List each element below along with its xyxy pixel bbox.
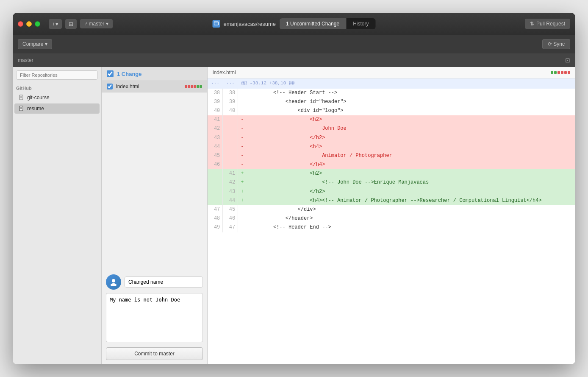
filter-repositories-input[interactable] (16, 70, 98, 80)
sidebar-item-resume[interactable]: resume (14, 103, 100, 114)
history-tab[interactable]: History (346, 18, 375, 29)
table-row: 42+ <!-- John Doe -->Enrique Manjavacas (208, 178, 575, 187)
new-line-num: 41 (223, 169, 238, 178)
line-code: <!-- John Doe -->Enrique Manjavacas (246, 178, 575, 187)
old-line-num: 40 (208, 106, 223, 115)
old-line-num (208, 187, 223, 196)
line-marker: - (238, 142, 247, 151)
line-code: <h2> (246, 115, 575, 124)
new-line-num (223, 115, 238, 124)
new-line-num: 43 (223, 187, 238, 196)
removed-dot-1 (185, 85, 187, 88)
line-marker: - (238, 124, 247, 133)
old-line-num: 44 (208, 142, 223, 151)
diff-view: index.html ··· ··· @@ -38, (208, 67, 575, 364)
compare-button[interactable]: Compare ▾ (18, 39, 52, 49)
branch-selector[interactable]: ⑂ master ▾ (80, 19, 113, 28)
diff-header-dots (551, 71, 570, 74)
header-removed-dot-1 (557, 71, 560, 74)
line-code: <header id="header"> (246, 98, 575, 106)
repo-document-icon-2 (19, 106, 25, 112)
svg-point-8 (112, 279, 115, 282)
line-code: John Doe (246, 124, 575, 133)
diff-filename: index.html (213, 70, 236, 75)
new-line-num (223, 151, 238, 160)
new-line-num (223, 160, 238, 169)
repo-icon (213, 20, 220, 28)
line-marker (238, 223, 247, 232)
titlebar-center: emanjavacas/resume 1 Uncommitted Change … (213, 18, 376, 29)
removed-dot-3 (191, 85, 193, 88)
old-line-num: 45 (208, 151, 223, 160)
commit-description-input[interactable] (106, 293, 203, 342)
commit-title-input[interactable] (125, 276, 203, 288)
table-row: 44- <h4> (208, 142, 575, 151)
branch-bar: master ⊡ (13, 53, 575, 67)
added-dot-1 (197, 85, 199, 88)
table-row: 4846 </header> (208, 214, 575, 223)
avatar (106, 274, 121, 290)
meta-dots-2: ··· (223, 78, 238, 89)
changes-panel: 1 Change index.html (102, 67, 208, 364)
old-line-num (208, 169, 223, 178)
tab-group: 1 Uncommitted Change History (279, 18, 375, 29)
line-marker: - (238, 134, 247, 142)
svg-point-9 (111, 283, 116, 286)
table-row: 4947 <!-- Header End --> (208, 223, 575, 232)
sync-button[interactable]: ⟳ Sync (542, 39, 570, 49)
table-row: 3939 <header id="header"> (208, 98, 575, 106)
add-button[interactable]: +▾ (49, 19, 62, 29)
file-name-index-html: index.html (116, 84, 181, 89)
table-row: 44+ <h4><!-- Animator / Photographer -->… (208, 196, 575, 205)
svg-rect-0 (214, 22, 219, 25)
uncommitted-tab[interactable]: 1 Uncommitted Change (279, 18, 346, 29)
line-code: Animator / Photographer (246, 151, 575, 160)
branch-expand-icon: ⊡ (565, 57, 570, 64)
line-marker: - (238, 151, 247, 160)
table-row: 45- Animator / Photographer (208, 151, 575, 160)
new-line-num (223, 134, 238, 142)
line-code: <!-- Header End --> (246, 223, 575, 232)
line-marker: + (238, 178, 247, 187)
diff-table: ··· ··· @@ -38,12 +38,10 @@ 3838 <!-- He… (208, 78, 575, 232)
removed-dot-4 (194, 85, 196, 88)
maximize-button[interactable] (35, 21, 40, 27)
new-line-num: 45 (223, 205, 238, 214)
sidebar-item-git-course[interactable]: git-course (14, 92, 100, 103)
toolbar: Compare ▾ ⟳ Sync (13, 35, 575, 53)
table-row: 42- John Doe (208, 124, 575, 133)
pull-request-button[interactable]: ⇅ Pull Request (525, 19, 570, 29)
panel-toggle-button[interactable]: ⊞ (65, 19, 77, 29)
table-row: 41- <h2> (208, 115, 575, 124)
file-item-index-html[interactable]: index.html (102, 81, 207, 92)
close-button[interactable] (18, 21, 23, 27)
commit-row (106, 274, 203, 290)
line-marker: - (238, 115, 247, 124)
old-line-num: 38 (208, 89, 223, 98)
line-marker: - (238, 160, 247, 169)
old-line-num (208, 196, 223, 205)
branch-name: master ▾ (89, 21, 108, 27)
line-marker (238, 214, 247, 223)
line-code: <h4><!-- Animator / Photographer -->Rese… (246, 196, 575, 205)
old-line-num: 39 (208, 98, 223, 106)
old-line-num: 41 (208, 115, 223, 124)
traffic-lights (18, 21, 40, 27)
titlebar: +▾ ⊞ ⑂ master ▾ emanjavacas/resume 1 Unc… (13, 13, 575, 35)
line-marker: + (238, 196, 247, 205)
old-line-num: 42 (208, 124, 223, 133)
sidebar-item-git-course-label: git-course (27, 95, 50, 101)
branch-bar-label: master (18, 57, 33, 63)
new-line-num (223, 142, 238, 151)
header-removed-dot-4 (568, 71, 570, 74)
commit-area: Commit to master (102, 270, 207, 364)
table-row: 4040 <div id="logo"> (208, 106, 575, 115)
minimize-button[interactable] (26, 21, 32, 27)
meta-info: @@ -38,12 +38,10 @@ (238, 78, 575, 89)
commit-button[interactable]: Commit to master (106, 347, 203, 360)
file-checkbox-index-html[interactable] (107, 84, 113, 89)
changes-header: 1 Change (102, 67, 207, 81)
repo-title: emanjavacas/resume (224, 21, 276, 27)
select-all-changes-checkbox[interactable] (107, 70, 114, 77)
removed-dot-2 (188, 85, 190, 88)
